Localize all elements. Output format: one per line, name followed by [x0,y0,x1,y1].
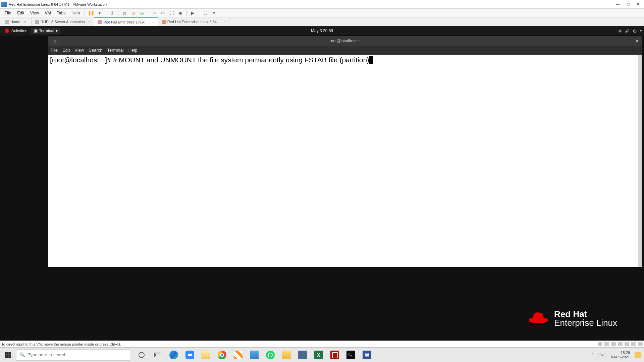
tab-label: Red Hat Enterprise Linux ... [103,20,149,24]
tray-overflow-icon[interactable]: ˄ [592,353,594,357]
menu-tabs[interactable]: Tabs [54,10,68,16]
network-icon[interactable]: ⇄ [619,29,622,33]
tray-clock[interactable]: 15:29 03-05-2021 [611,351,630,359]
pause-vm-icon[interactable]: ❚❚ [87,10,95,16]
tab-label: Home [10,20,20,24]
tab-close-icon[interactable]: × [24,20,26,24]
volume-icon[interactable]: 🔊 [625,29,630,33]
taskbar-pdf[interactable] [327,348,343,362]
maximize-button[interactable]: ▢ [623,1,633,7]
windows-logo-icon [5,352,11,358]
close-button[interactable]: ✕ [633,1,643,7]
taskbar-explorer[interactable] [198,348,214,362]
term-menu-file[interactable]: File [51,48,58,53]
device-icon[interactable] [631,342,636,346]
folder-icon [250,351,259,359]
term-menu-terminal[interactable]: Terminal [107,48,124,53]
system-dropdown-icon[interactable]: ▾ [640,29,642,33]
taskbar-excel[interactable] [311,348,327,362]
terminal-titlebar[interactable]: ▭ root@localhost:~ ✕ [48,36,642,46]
taskbar-chrome[interactable] [214,348,230,362]
device-icon[interactable] [598,342,602,346]
vmware-titlebar: Red Hat Enterprise Linux 8 64-bit M1 - V… [0,0,644,9]
send-ctrl-alt-del-icon[interactable]: ⎙ [108,10,116,16]
new-tab-icon[interactable]: ▭ [51,38,57,44]
tab-label: Red Hat Enterprise Linux 8 64... [167,20,220,24]
minimize-button[interactable]: — [613,1,623,7]
power-dropdown-icon[interactable]: ▾ [96,10,104,16]
activities-button[interactable]: Activities [2,28,30,33]
app-indicator-terminal[interactable]: ▣ Terminal ▾ [31,28,60,34]
tab-close-icon[interactable]: × [223,20,225,24]
taskbar-cmd[interactable] [343,348,359,362]
device-icon[interactable] [604,342,609,346]
terminal-body[interactable]: [root@localhost ~]# # MOUNT and UNMOUNT … [48,55,642,267]
menu-edit[interactable]: Edit [14,10,27,16]
windows-taskbar: 🔍 Type here to search ˄ ENG 15:29 03-05-… [0,347,644,362]
cursor-icon [369,56,373,64]
layout-icon-1[interactable]: ▭ [150,10,158,16]
redhat-hat-icon [529,311,548,326]
menu-view[interactable]: View [28,10,42,16]
menu-vm[interactable]: VM [42,10,54,16]
gnome-desktop[interactable]: Activities ▣ Terminal ▾ May 3 20:59 ⇄ 🔊 … [0,26,644,341]
task-view-button[interactable] [150,348,166,362]
taskbar-folder2[interactable] [278,348,294,362]
term-menu-view[interactable]: View [74,48,84,53]
whatsapp-icon [266,351,275,359]
excel-icon [314,351,323,359]
start-button[interactable] [0,348,16,362]
tab-close-icon[interactable]: × [89,20,91,24]
task-view-icon [154,353,161,357]
tab-rhel8-64[interactable]: Red Hat Enterprise Linux 8 64... × [158,17,229,26]
notifications-icon[interactable] [635,352,641,358]
svg-rect-3 [8,355,11,358]
term-menu-help[interactable]: Help [128,48,138,53]
tray-language[interactable]: ENG [598,353,606,357]
search-box[interactable]: 🔍 Type here to search [16,349,130,361]
console-icon[interactable]: ▶ [189,10,197,16]
fullscreen-dropdown-icon[interactable]: ▾ [210,10,218,16]
svg-rect-0 [5,352,8,355]
taskbar-word[interactable] [359,348,375,362]
taskbar-folder[interactable] [246,348,262,362]
layout-icon-2[interactable]: ▭ [159,10,167,16]
taskbar-putty[interactable] [294,348,311,362]
device-icon[interactable] [611,342,616,346]
terminal-indicator-label: Terminal [39,28,54,33]
cortana-button[interactable] [133,348,150,362]
tab-rhel8-automation[interactable]: RHEL 8 Server Automation × [32,17,94,26]
menu-file[interactable]: File [2,10,14,16]
taskbar-vmware[interactable] [230,348,246,362]
snapshot-icon[interactable]: ◷ [120,10,128,16]
fullscreen-icon[interactable]: ⛶ [201,10,209,16]
cmd-icon [346,351,355,359]
revert-snapshot-icon[interactable]: ◷ [129,10,137,16]
rhel-logo: Red Hat Enterprise Linux [529,310,617,327]
taskbar-edge[interactable] [166,348,182,362]
device-icon[interactable] [638,342,643,346]
clock[interactable]: May 3 20:59 [311,28,333,33]
term-menu-edit[interactable]: Edit [62,48,70,53]
manage-snapshots-icon[interactable]: ◷ [138,10,146,16]
activities-icon [5,28,9,33]
statusbar-hint: To direct input to this VM, move the mou… [1,342,121,346]
device-icon[interactable] [618,342,623,346]
tray-date: 03-05-2021 [611,355,630,359]
menu-help[interactable]: Help [69,10,83,16]
folder-icon [282,351,291,359]
layout-icon-3[interactable]: ⛶ [168,10,176,16]
search-placeholder: Type here to search [28,352,66,357]
scrollbar[interactable] [638,55,642,267]
taskbar-zoom[interactable] [182,348,198,362]
term-menu-search[interactable]: Search [89,48,102,53]
unity-icon[interactable]: ▣ [176,10,184,16]
device-icon[interactable] [625,342,629,346]
system-tray: ˄ ENG 15:29 03-05-2021 [588,351,644,359]
terminal-close-icon[interactable]: ✕ [635,39,639,44]
power-icon[interactable]: ⏻ [633,29,637,33]
tab-close-icon[interactable]: × [152,20,154,24]
tab-rhel-active[interactable]: Red Hat Enterprise Linux ... × [94,17,158,26]
tab-home[interactable]: Home × [1,17,32,26]
taskbar-whatsapp[interactable] [262,348,278,362]
